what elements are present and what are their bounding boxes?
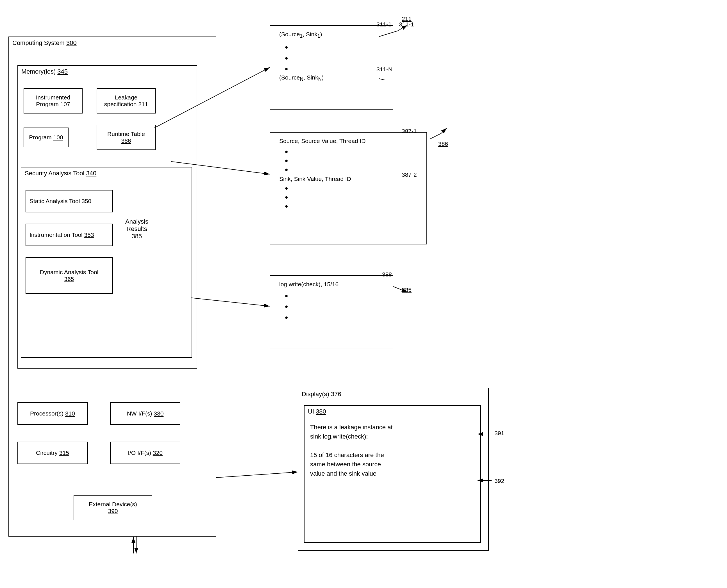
memory-label: Memory(ies) 345 — [21, 68, 68, 75]
leakage-spec-dots: ••• — [274, 42, 389, 74]
bracket-386 — [441, 128, 447, 133]
ref-385: 385 — [402, 287, 411, 293]
nw-if-label: NW I/F(s) 330 — [127, 410, 164, 417]
analysis-results-label: Analysis Results 385 — [125, 218, 148, 240]
ref-311-N: 311-N — [377, 66, 392, 73]
instrumented-program-box: InstrumentedProgram 107 — [24, 88, 83, 113]
leakage-spec-outer-box: (Source1, Sink1) ••• (SourceN, SinkN) — [270, 25, 393, 109]
computing-system-box: Computing System 300 Memory(ies) 345 Ins… — [8, 37, 216, 537]
external-device-label: External Device(s)390 — [89, 501, 137, 514]
nw-if-box: NW I/F(s) 330 — [110, 402, 180, 425]
runtime-table-inner-label: Runtime Table386 — [107, 131, 145, 144]
runtime-table-inner-box: Runtime Table386 — [97, 125, 156, 150]
analysis-results-ref: 385 — [125, 233, 148, 240]
ref-391: 391 — [494, 430, 504, 437]
ref-211: 211 — [402, 16, 411, 22]
program-label: Program 100 — [29, 134, 63, 141]
ref-311-1: 311-1 — [377, 21, 391, 28]
ref-388: 388 — [382, 271, 392, 278]
static-analysis-box: Static Analysis Tool 350 — [25, 190, 113, 212]
analysis-results-line1: Analysis — [125, 218, 148, 225]
memory-ref: 345 — [57, 68, 68, 75]
runtime-table-dots1: ••• — [274, 147, 423, 174]
io-if-box: I/O I/F(s) 320 — [110, 442, 180, 464]
processor-box: Processor(s) 310 — [17, 402, 88, 425]
runtime-table-outer-box: Source, Source Value, Thread ID ••• Sink… — [270, 132, 427, 245]
displays-label: Display(s) 376 — [302, 391, 341, 398]
runtime-table-row2: Sink, Sink Value, Thread ID — [274, 174, 423, 184]
leakage-spec-rowN: (SourceN, SinkN) — [274, 74, 389, 82]
ref-386: 386 — [438, 141, 448, 147]
external-device-box: External Device(s)390 — [73, 495, 152, 520]
dynamic-analysis-box: Dynamic Analysis Tool365 — [25, 257, 113, 294]
ui-line6: value and the sink value — [310, 470, 377, 477]
ui-inner-box: UI 380 There is a leakage instance at si… — [304, 405, 481, 543]
leakage-spec-row1: (Source1, Sink1) — [274, 28, 389, 42]
computing-system-label: Computing System 300 — [13, 39, 77, 46]
bracket-387-1 — [430, 133, 441, 139]
static-analysis-label: Static Analysis Tool 350 — [29, 198, 91, 205]
security-analysis-box: Security Analysis Tool 340 Static Analys… — [21, 167, 192, 358]
ui-label: UI 380 — [308, 408, 326, 415]
ui-line5: same between the source — [310, 461, 381, 468]
circuitry-label: Circuitry 315 — [36, 449, 69, 456]
instrumented-program-label: InstrumentedProgram 107 — [36, 94, 70, 108]
ui-content: There is a leakage instance at sink log.… — [310, 422, 475, 478]
instrumentation-tool-label: Instrumentation Tool 353 — [29, 231, 94, 238]
displays-outer-box: Display(s) 376 UI 380 There is a leakage… — [298, 388, 489, 551]
processor-label: Processor(s) 310 — [30, 410, 75, 417]
analysis-results-dots: ••• — [274, 291, 389, 323]
memory-box: Memory(ies) 345 InstrumentedProgram 107 … — [17, 65, 197, 369]
circuitry-box: Circuitry 315 — [17, 442, 88, 464]
analysis-results-outer-box: log.write(check), 15/16 ••• — [270, 275, 393, 348]
ui-line2: sink log.write(check); — [310, 433, 368, 440]
leakage-spec-inner-label: Leakagespecification 211 — [104, 94, 148, 108]
io-if-label: I/O I/F(s) 320 — [128, 449, 163, 456]
ref-392: 392 — [494, 478, 504, 484]
ref-387-1: 387-1 — [402, 128, 417, 134]
leakage-spec-inner-box: Leakagespecification 211 — [97, 88, 156, 113]
ui-line4: 15 of 16 characters are the — [310, 451, 384, 459]
analysis-results-row1: log.write(check), 15/16 — [274, 278, 389, 291]
runtime-table-dots2: ••• — [274, 184, 423, 211]
dynamic-analysis-label: Dynamic Analysis Tool365 — [40, 269, 99, 282]
analysis-results-line2: Results — [125, 225, 148, 233]
security-analysis-label: Security Analysis Tool 340 — [25, 170, 97, 177]
computing-system-ref: 300 — [66, 39, 77, 46]
arrow-io-display — [216, 472, 298, 478]
ref-387-2: 387-2 — [402, 171, 417, 178]
program-box: Program 100 — [24, 128, 68, 147]
runtime-table-row1: Source, Source Value, Thread ID — [274, 135, 423, 147]
ui-line1: There is a leakage instance at — [310, 424, 393, 431]
instrumentation-tool-box: Instrumentation Tool 353 — [25, 224, 113, 246]
